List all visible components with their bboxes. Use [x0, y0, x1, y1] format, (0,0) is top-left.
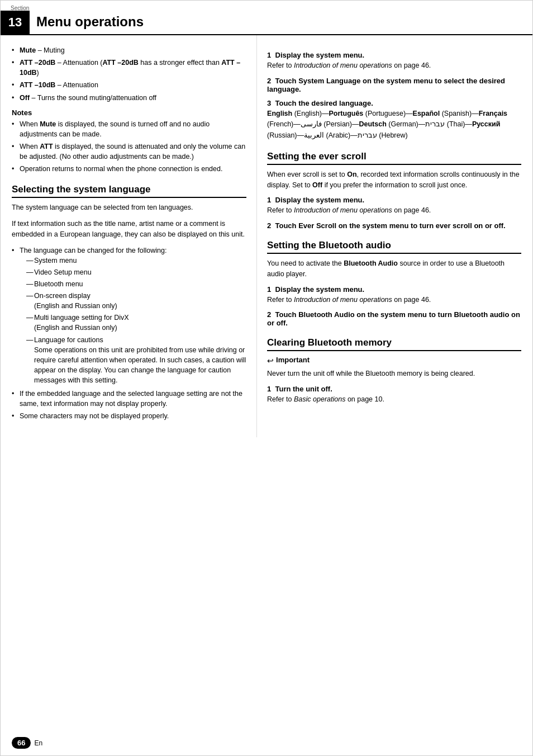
step-2-heading: 2 Touch System Language on the system me…: [267, 77, 521, 93]
list-item: Multi language setting for DivX(English …: [26, 313, 246, 333]
list-item: Off – Turns the sound muting/attenuation…: [12, 93, 246, 103]
list-item: If the embedded language and the selecte…: [12, 389, 246, 409]
section-number: 13: [1, 11, 30, 34]
ever-scroll-step1-heading: 1 Display the system menu.: [267, 196, 521, 204]
notes-heading: Notes: [12, 108, 246, 117]
notes-section: Notes When Mute is displayed, the sound …: [12, 108, 246, 174]
step-1-heading: 1 Display the system menu.: [267, 51, 521, 59]
ever-scroll-step1-body: Refer to Introduction of menu operations…: [267, 205, 521, 216]
language-list: English (English)—Português (Portuguese)…: [267, 108, 521, 141]
header-title-area: Menu operations: [30, 1, 532, 34]
important-icon: ↩: [267, 356, 274, 365]
important-box: ↩ Important: [267, 356, 521, 365]
content-columns: Mute – Muting ATT –20dB – Attenuation (A…: [1, 35, 532, 437]
top-bullet-list: Mute – Muting ATT –20dB – Attenuation (A…: [12, 45, 246, 103]
bluetooth-audio-title: Setting the Bluetooth audio: [267, 240, 521, 254]
clearing-step1-body: Refer to Basic operations on page 10.: [267, 394, 521, 405]
bluetooth-step1-heading: 1 Display the system menu.: [267, 285, 521, 294]
list-item: Mute – Muting: [12, 45, 246, 55]
system-language-desc2: If text information such as the title na…: [12, 219, 246, 240]
header-title: Menu operations: [36, 14, 144, 30]
list-item: On-screen display(English and Russian on…: [26, 291, 246, 311]
important-label: Important: [276, 356, 310, 364]
ever-scroll-step2-heading: 2 Touch Ever Scroll on the system menu t…: [267, 221, 521, 230]
step-1-body: Refer to Introduction of menu operations…: [267, 60, 521, 71]
ever-scroll-title: Setting the ever scroll: [267, 151, 521, 165]
page-number: 66: [12, 737, 31, 749]
page-container: Section 13 Menu operations Mute – Muting…: [0, 0, 533, 756]
selecting-system-language-title: Selecting the system language: [12, 184, 246, 198]
page-footer: 66 En: [1, 737, 532, 749]
sub-list: System menu Video Setup menu Bluetooth m…: [20, 256, 246, 386]
clearing-step1-heading: 1 Turn the unit off.: [267, 385, 521, 393]
section-label: Section: [11, 5, 29, 11]
list-item: Operation returns to normal when the pho…: [12, 164, 246, 174]
list-item: System menu: [26, 256, 246, 266]
right-column: 1 Display the system menu. Refer to Intr…: [257, 35, 532, 437]
list-item: The language can be changed for the foll…: [12, 245, 246, 386]
important-text: Never turn the unit off while the Blueto…: [267, 368, 521, 379]
page-header: 13 Menu operations: [1, 1, 532, 35]
bluetooth-audio-desc: You need to activate the Bluetooth Audio…: [267, 258, 521, 280]
system-language-desc1: The system language can be selected from…: [12, 202, 246, 213]
list-item: Some characters may not be displayed pro…: [12, 411, 246, 421]
list-item: Bluetooth menu: [26, 279, 246, 289]
list-item: ATT –20dB – Attenuation (ATT –20dB has a…: [12, 58, 246, 78]
clearing-bluetooth-title: Clearing Bluetooth memory: [267, 337, 521, 351]
list-item: ATT –10dB – Attenuation: [12, 80, 246, 90]
bluetooth-step1-body: Refer to Introduction of menu operations…: [267, 295, 521, 305]
list-item: When Mute is displayed, the sound is tur…: [12, 119, 246, 139]
system-language-bullets: The language can be changed for the foll…: [12, 245, 246, 422]
list-item: When ATT is displayed, the sound is atte…: [12, 141, 246, 162]
bluetooth-step2-heading: 2 Touch Bluetooth Audio on the system me…: [267, 310, 521, 327]
list-item: Video Setup menu: [26, 267, 246, 277]
left-column: Mute – Muting ATT –20dB – Attenuation (A…: [1, 35, 257, 437]
ever-scroll-desc: When ever scroll is set to On, recorded …: [267, 169, 521, 191]
step-3-heading: 3 Touch the desired language.: [267, 99, 521, 107]
notes-list: When Mute is displayed, the sound is tur…: [12, 119, 246, 174]
page-lang: En: [34, 739, 42, 747]
list-item: Language for cautionsSome operations on …: [26, 335, 246, 386]
